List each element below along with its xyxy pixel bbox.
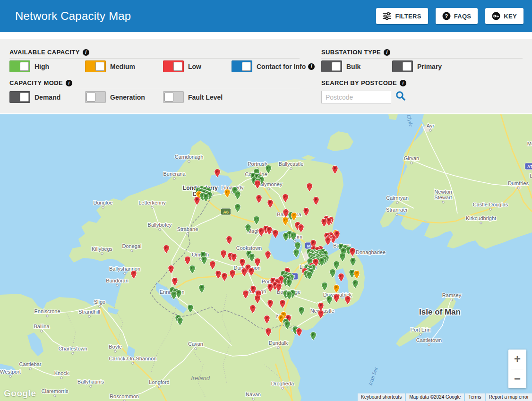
svg-text:P: P	[247, 225, 249, 229]
key-button[interactable]: KEY	[485, 8, 523, 24]
info-icon[interactable]: i	[66, 80, 72, 86]
svg-text:P: P	[286, 322, 289, 326]
svg-text:P: P	[179, 318, 181, 322]
svg-text:P: P	[295, 250, 298, 254]
toggle-switch[interactable]	[85, 60, 106, 72]
toggle-primary[interactable]: Primary	[392, 60, 442, 72]
map-label-buncrana: Buncrana	[163, 171, 186, 177]
network-capacity-map-app: Network Capacity Map FILTERS ? FAQS	[0, 0, 532, 401]
attribution-keyboard-shortcuts[interactable]: Keyboard shortcuts	[358, 393, 405, 401]
map-label-sligo: Sligo	[94, 299, 105, 305]
info-icon[interactable]: i	[308, 63, 315, 70]
svg-text:P: P	[132, 271, 135, 275]
toggle-switch[interactable]	[9, 60, 30, 72]
zoom-out-button[interactable]: −	[508, 369, 526, 389]
info-icon[interactable]: i	[83, 49, 89, 56]
toggle-label: Contact for Infoi	[257, 63, 315, 70]
toggle-bulk[interactable]: Bulk	[321, 60, 360, 72]
town-dot	[451, 299, 453, 301]
filters-button[interactable]: FILTERS	[376, 8, 428, 24]
svg-text:P: P	[255, 169, 258, 173]
toggle-fault-level[interactable]: Fault Level	[163, 91, 223, 103]
svg-text:P: P	[217, 271, 220, 275]
postcode-input[interactable]	[321, 91, 391, 103]
svg-text:P: P	[269, 300, 272, 305]
toggle-switch[interactable]	[85, 91, 106, 103]
svg-text:P: P	[165, 246, 168, 250]
town-dot	[173, 178, 175, 179]
svg-text:P: P	[267, 166, 270, 170]
map-label-ballycastle: Ballycastle	[279, 161, 304, 167]
town-dot	[88, 316, 90, 317]
svg-text:P: P	[305, 208, 308, 213]
filters-button-label: FILTERS	[395, 13, 421, 20]
toggle-medium[interactable]: Medium	[85, 60, 135, 72]
zoom-in-button[interactable]: +	[508, 350, 526, 369]
map-label-navan: Navan	[246, 392, 261, 397]
map-canvas[interactable]: ClydeIrish SeaIrelandDungloeLetterkennyC…	[0, 114, 532, 401]
toggle-label: Primary	[417, 63, 442, 70]
svg-text:P: P	[335, 285, 338, 290]
divider	[321, 58, 523, 59]
svg-text:P: P	[288, 292, 291, 296]
key-circle-icon	[492, 12, 500, 20]
town-dot	[102, 206, 104, 208]
svg-text:P: P	[312, 240, 315, 245]
map-label-carndonagh: Carndonagh	[175, 154, 204, 160]
svg-text:P: P	[177, 290, 180, 295]
toggle-generation[interactable]: Generation	[85, 91, 145, 103]
faqs-button-label: FAQS	[454, 13, 472, 20]
toggle-demand[interactable]: Demand	[9, 91, 60, 103]
svg-text:P: P	[268, 227, 271, 231]
town-dot	[187, 233, 189, 235]
toggle-switch[interactable]	[392, 60, 413, 72]
toggle-switch[interactable]	[321, 60, 342, 72]
svg-text:P: P	[346, 297, 349, 301]
svg-text:P: P	[196, 197, 198, 202]
town-dot	[290, 168, 292, 170]
map-label-ballyshannon: Ballyshannon	[109, 266, 140, 272]
toggle-contact-for-info[interactable]: Contact for Infoi	[232, 60, 315, 72]
town-dot	[188, 161, 190, 162]
toggle-switch[interactable]	[163, 91, 184, 103]
svg-text:P: P	[226, 190, 229, 194]
svg-text:P: P	[300, 307, 303, 312]
town-dot	[159, 229, 161, 230]
attribution-terms[interactable]: Terms	[465, 393, 484, 401]
info-icon[interactable]: i	[384, 49, 390, 56]
map-label-killybegs: Killybegs	[92, 246, 113, 252]
attribution-report-a-map-error[interactable]: Report a map error	[486, 393, 532, 401]
attribution-map-data-2024-google: Map data ©2024 Google	[406, 393, 464, 401]
town-dot	[252, 398, 254, 400]
toggle-low[interactable]: Low	[163, 60, 201, 72]
toggle-switch[interactable]	[232, 60, 252, 72]
svg-text:P: P	[331, 270, 334, 274]
town-dot	[489, 208, 491, 210]
svg-text:P: P	[281, 300, 284, 305]
svg-text:P: P	[250, 254, 253, 258]
svg-text:P: P	[284, 218, 287, 222]
map-label-castletown: Castletown	[416, 337, 442, 343]
toggle-switch[interactable]	[9, 91, 30, 103]
svg-text:P: P	[341, 254, 344, 258]
town-dot	[99, 306, 101, 307]
town-dot	[101, 253, 103, 255]
filter-panel: AVAILABLE CAPACITY i HighMediumLowContac…	[0, 39, 532, 113]
toggle-switch[interactable]	[163, 60, 184, 72]
map-label-longford: Longford	[149, 379, 169, 385]
postcode-search-button[interactable]	[395, 90, 406, 103]
toggle-high[interactable]: High	[9, 60, 49, 72]
map-label-donaghadee: Donaghadee	[356, 249, 386, 255]
faqs-button[interactable]: ? FAQS	[436, 8, 478, 24]
svg-text:P: P	[186, 257, 189, 261]
search-by-postcode-heading-label: SEARCH BY POSTCODE	[321, 79, 397, 86]
svg-text:P: P	[320, 258, 323, 263]
available-capacity-heading-label: AVAILABLE CAPACITY	[9, 49, 80, 56]
svg-text:P: P	[216, 170, 219, 174]
substation-type-heading: SUBSTATION TYPE i	[321, 49, 390, 56]
substation-type-heading-label: SUBSTATION TYPE	[321, 49, 381, 56]
map-zoom-control: + −	[508, 350, 526, 388]
map-label-castle-douglas: Castle Douglas	[473, 202, 508, 207]
info-icon[interactable]: i	[400, 80, 406, 86]
map-label-ballina: Ballina	[34, 324, 50, 329]
